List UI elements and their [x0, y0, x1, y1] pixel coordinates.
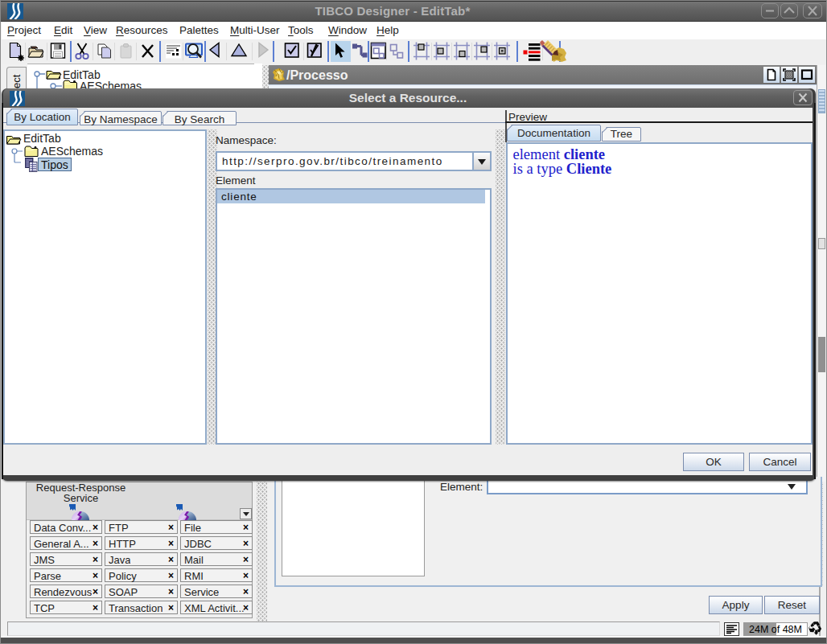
- svg-text:AESchemas: AESchemas: [41, 145, 103, 158]
- svg-text:EditTab: EditTab: [23, 132, 61, 145]
- svg-text:Tipos: Tipos: [41, 158, 68, 171]
